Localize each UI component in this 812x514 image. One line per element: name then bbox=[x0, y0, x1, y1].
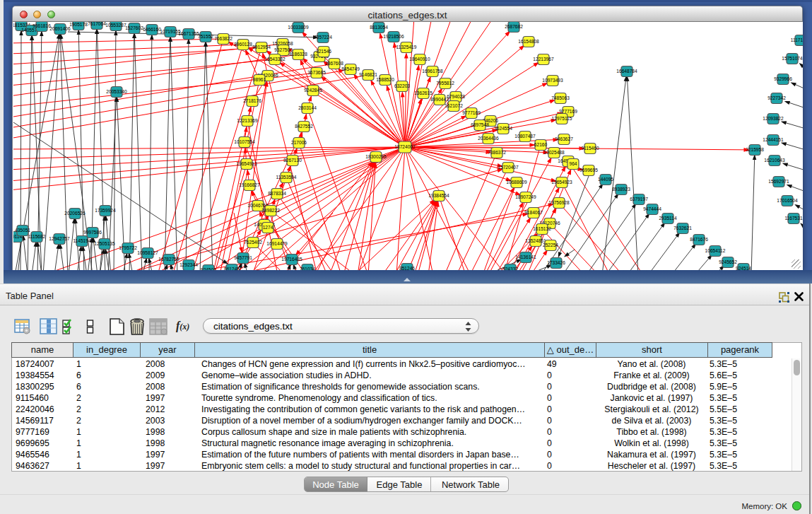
svg-text:9329966: 9329966 bbox=[774, 76, 792, 81]
svg-text:1292344: 1292344 bbox=[180, 262, 198, 267]
svg-text:10807487: 10807487 bbox=[514, 134, 536, 139]
svg-text:9242845: 9242845 bbox=[304, 88, 322, 93]
svg-text:8267130: 8267130 bbox=[283, 158, 302, 163]
svg-text:1733426: 1733426 bbox=[547, 260, 565, 265]
svg-text:8912954: 8912954 bbox=[252, 45, 271, 49]
svg-text:12505135: 12505135 bbox=[94, 241, 115, 246]
svg-text:19218506: 19218506 bbox=[383, 34, 404, 39]
svg-text:16671355: 16671355 bbox=[178, 31, 199, 36]
svg-text:1588520: 1588520 bbox=[376, 77, 394, 82]
svg-text:9227342: 9227342 bbox=[767, 95, 786, 100]
svg-text:8878334: 8878334 bbox=[268, 191, 286, 196]
svg-text:7485063: 7485063 bbox=[551, 95, 570, 100]
svg-text:19716485: 19716485 bbox=[281, 257, 302, 262]
svg-text:7625402: 7625402 bbox=[244, 240, 262, 245]
svg-text:8454749: 8454749 bbox=[341, 66, 360, 71]
svg-text:16648784: 16648784 bbox=[616, 69, 637, 74]
svg-text:1615132: 1615132 bbox=[533, 226, 551, 231]
svg-text:17016504: 17016504 bbox=[777, 198, 798, 203]
svg-text:19166827: 19166827 bbox=[239, 182, 260, 187]
svg-text:19654923: 19654923 bbox=[551, 180, 572, 185]
svg-text:1795722: 1795722 bbox=[119, 245, 137, 250]
svg-text:3215958: 3215958 bbox=[746, 147, 764, 152]
svg-text:9115460: 9115460 bbox=[581, 146, 599, 151]
svg-text:19654913: 19654913 bbox=[236, 161, 257, 166]
svg-text:19756928: 19756928 bbox=[548, 200, 570, 205]
svg-text:9777169: 9777169 bbox=[462, 110, 481, 115]
svg-text:18907249: 18907249 bbox=[515, 194, 536, 199]
svg-text:7955812: 7955812 bbox=[436, 81, 454, 86]
svg-text:20364436: 20364436 bbox=[478, 136, 499, 141]
svg-text:3498222: 3498222 bbox=[261, 208, 280, 213]
svg-text:3624554: 3624554 bbox=[494, 126, 512, 131]
svg-text:16961758: 16961758 bbox=[422, 69, 443, 74]
svg-text:2803144: 2803144 bbox=[298, 105, 317, 110]
svg-text:10958127: 10958127 bbox=[137, 250, 158, 255]
svg-text:12213369: 12213369 bbox=[237, 118, 258, 123]
svg-text:751552: 751552 bbox=[198, 34, 213, 39]
svg-text:6897548: 6897548 bbox=[471, 122, 489, 127]
svg-text:964: 964 bbox=[569, 161, 577, 166]
svg-text:3673685: 3673685 bbox=[307, 70, 326, 75]
svg-text:217006: 217006 bbox=[291, 140, 307, 145]
svg-text:16154808: 16154808 bbox=[518, 39, 539, 44]
svg-text:9997586: 9997586 bbox=[83, 230, 102, 235]
svg-text:8471676: 8471676 bbox=[690, 237, 708, 242]
svg-text:8938923: 8938923 bbox=[612, 187, 630, 192]
svg-text:8813054: 8813054 bbox=[370, 25, 388, 30]
svg-text:20691406: 20691406 bbox=[49, 26, 71, 31]
svg-text:12942757: 12942757 bbox=[49, 236, 70, 241]
svg-text:9361816: 9361816 bbox=[33, 23, 51, 28]
svg-text:1167531: 1167531 bbox=[784, 216, 803, 221]
svg-text:8427552: 8427552 bbox=[295, 124, 313, 129]
svg-text:15720407: 15720407 bbox=[498, 165, 519, 170]
svg-text:6466160: 6466160 bbox=[143, 27, 161, 32]
svg-text:252254: 252254 bbox=[543, 243, 558, 247]
svg-text:11325419: 11325419 bbox=[396, 45, 417, 49]
svg-text:15692971: 15692971 bbox=[768, 179, 789, 184]
svg-text:7632621: 7632621 bbox=[673, 226, 692, 230]
svg-text:1527602: 1527602 bbox=[125, 25, 143, 30]
svg-text:10553287: 10553287 bbox=[105, 23, 126, 28]
svg-text:632203: 632203 bbox=[394, 83, 410, 88]
svg-text:18724007: 18724007 bbox=[394, 144, 416, 149]
svg-text:11353594: 11353594 bbox=[276, 175, 297, 180]
svg-text:1621072: 1621072 bbox=[445, 103, 463, 108]
svg-text:12975115: 12975115 bbox=[552, 116, 572, 121]
svg-text:10033809: 10033809 bbox=[288, 25, 309, 30]
svg-text:10107554: 10107554 bbox=[234, 139, 255, 144]
svg-text:2935114: 2935114 bbox=[659, 216, 677, 221]
svg-text:10973493: 10973493 bbox=[542, 78, 563, 83]
svg-text:435051: 435051 bbox=[15, 228, 30, 233]
svg-text:2718176: 2718176 bbox=[243, 98, 261, 103]
svg-text:12444151: 12444151 bbox=[763, 137, 784, 142]
svg-text:16210643: 16210643 bbox=[764, 158, 785, 163]
svg-text:9245652: 9245652 bbox=[719, 259, 737, 264]
svg-text:9463627: 9463627 bbox=[555, 136, 573, 141]
svg-text:8960128: 8960128 bbox=[234, 42, 252, 47]
svg-text:16914479: 16914479 bbox=[266, 241, 288, 246]
svg-text:7386372: 7386372 bbox=[488, 150, 506, 155]
svg-text:19384554: 19384554 bbox=[428, 193, 449, 198]
svg-text:18300295: 18300295 bbox=[365, 154, 387, 159]
svg-text:7617064: 7617064 bbox=[88, 22, 106, 26]
svg-text:62160: 62160 bbox=[534, 142, 548, 147]
svg-text:8186328: 8186328 bbox=[289, 52, 307, 57]
svg-text:10654112: 10654112 bbox=[705, 248, 726, 253]
svg-text:20206526: 20206526 bbox=[64, 211, 86, 216]
svg-text:1115682: 1115682 bbox=[28, 234, 46, 239]
svg-text:20053340: 20053340 bbox=[106, 89, 127, 94]
svg-text:10025488: 10025488 bbox=[543, 150, 565, 155]
svg-text:9184067: 9184067 bbox=[524, 210, 543, 215]
svg-text:98961: 98961 bbox=[253, 77, 266, 82]
svg-text:14136141: 14136141 bbox=[515, 255, 536, 259]
svg-text:9699695: 9699695 bbox=[579, 168, 598, 173]
svg-text:2687682: 2687682 bbox=[505, 24, 523, 29]
svg-text:16782759: 16782759 bbox=[158, 257, 180, 262]
svg-text:1145194: 1145194 bbox=[73, 238, 91, 243]
svg-text:15751074: 15751074 bbox=[782, 56, 803, 61]
svg-text:18640910: 18640910 bbox=[409, 57, 430, 62]
svg-text:7357224: 7357224 bbox=[314, 35, 332, 40]
svg-text:10688609: 10688609 bbox=[506, 180, 527, 185]
svg-text:1362615: 1362615 bbox=[414, 90, 433, 95]
